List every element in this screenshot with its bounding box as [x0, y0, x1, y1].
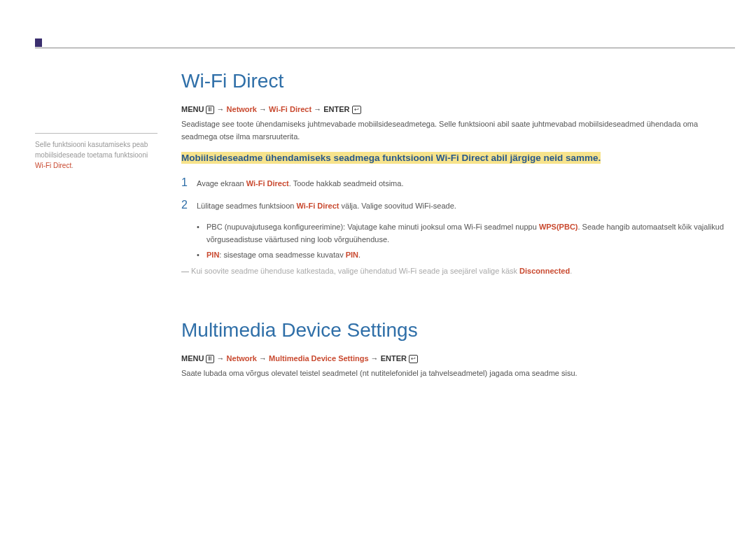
main-content: Wi-Fi Direct MENU Ⅲ → Network → Wi-Fi Di… [181, 70, 735, 388]
sub2-red1: PIN [206, 251, 219, 259]
menu-p1: Network [227, 354, 257, 363]
sub1-red: WPS(PBC) [539, 223, 578, 231]
section1-title: Wi-Fi Direct [181, 70, 735, 92]
side-note-text: Selle funktsiooni kasutamiseks peab mobi… [35, 141, 148, 159]
side-note: Selle funktsiooni kasutamiseks peab mobi… [35, 133, 158, 171]
bullet-icon: • [197, 249, 206, 262]
section2-body: Saate lubada oma võrgus olevatel teistel… [181, 367, 735, 380]
step2-red: Wi-Fi Direct [296, 202, 339, 210]
bullet-icon: • [197, 221, 206, 246]
arrow: → [259, 354, 267, 363]
menu-p1: Network [227, 105, 257, 113]
sub-item-1: • PBC (nupuvajutusega konfigureerimine):… [197, 221, 735, 246]
enter-icon: ↩ [409, 355, 418, 363]
highlight-wrap: Mobiilsideseadme ühendamiseks seadmega f… [181, 151, 735, 165]
section2-title: Multimedia Device Settings [181, 319, 735, 342]
enter-icon: ↩ [352, 106, 361, 114]
arrow: → [371, 354, 379, 363]
section2: Multimedia Device Settings MENU Ⅲ → Netw… [181, 319, 735, 380]
footnote-dash: ― [181, 267, 189, 275]
footnote-red: Disconnected [519, 267, 570, 275]
menu-icon: Ⅲ [206, 106, 214, 114]
arrow: → [217, 105, 225, 113]
sub2-red2: PIN [346, 251, 358, 259]
sub2-mid: : sisestage oma seadmesse kuvatav [219, 251, 345, 259]
enter-label: ENTER [323, 105, 349, 113]
step-1: 1 Avage ekraan Wi-Fi Direct. Toode hakka… [181, 176, 735, 189]
arrow: → [314, 105, 321, 113]
footnote: ― Kui soovite seadme ühenduse katkestada… [181, 265, 735, 277]
sub2-tail: . [358, 251, 360, 259]
arrow: → [217, 354, 225, 363]
section1-menu-path: MENU Ⅲ → Network → Wi-Fi Direct → ENTER … [181, 105, 735, 114]
footnote-tail: . [570, 267, 572, 275]
section1-highlight: Mobiilsideseadme ühendamiseks seadmega f… [181, 152, 601, 164]
step-2: 2 Lülitage seadmes funktsioon Wi-Fi Dire… [181, 199, 735, 211]
step2-post: välja. Valige soovitud WiFi-seade. [340, 202, 456, 210]
enter-label: ENTER [381, 354, 407, 363]
side-note-red: Wi-Fi Direct [35, 162, 71, 169]
sub-item-2: • PIN: sisestage oma seadmesse kuvatav P… [197, 249, 735, 262]
menu-label: MENU [181, 105, 204, 113]
sub1-text: PBC (nupuvajutusega konfigureerimine): V… [206, 221, 735, 246]
menu-label: MENU [181, 354, 204, 363]
section1-intro: Seadistage see toote ühendamiseks juhtme… [181, 118, 735, 143]
section2-menu-path: MENU Ⅲ → Network → Multimedia Device Set… [181, 354, 735, 363]
step1-red: Wi-Fi Direct [246, 179, 289, 188]
step1-pre: Avage ekraan [197, 179, 246, 188]
step-1-num: 1 [181, 176, 197, 189]
side-note-tail: . [71, 162, 74, 169]
menu-p2: Wi-Fi Direct [269, 105, 312, 113]
step-2-text: Lülitage seadmes funktsioon Wi-Fi Direct… [197, 202, 456, 210]
sub-list: • PBC (nupuvajutusega konfigureerimine):… [197, 221, 735, 261]
step1-post: . Toode hakkab seadmeid otsima. [289, 179, 404, 188]
header-rule [35, 48, 735, 48]
step-2-num: 2 [181, 199, 197, 211]
header-accent-block [35, 38, 42, 47]
sub1-pre: PBC (nupuvajutusega konfigureerimine): V… [206, 223, 539, 231]
step-1-text: Avage ekraan Wi-Fi Direct. Toode hakkab … [197, 179, 403, 188]
step2-pre: Lülitage seadmes funktsioon [197, 202, 296, 210]
footnote-pre: Kui soovite seadme ühenduse katkestada, … [189, 267, 519, 275]
arrow: → [259, 105, 267, 113]
sub2-text: PIN: sisestage oma seadmesse kuvatav PIN… [206, 249, 360, 262]
menu-p2: Multimedia Device Settings [269, 354, 368, 363]
menu-icon: Ⅲ [206, 355, 214, 363]
